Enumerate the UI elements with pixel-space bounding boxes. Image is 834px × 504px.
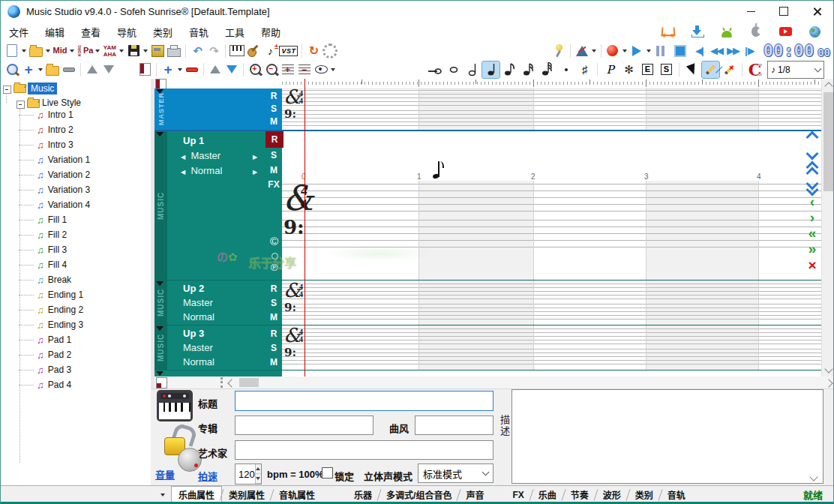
track-up-button[interactable] bbox=[208, 62, 223, 78]
tree-item[interactable]: Ending 3 bbox=[37, 318, 83, 332]
microphone-button[interactable] bbox=[551, 43, 566, 59]
zoom-in-button[interactable]: + bbox=[248, 62, 262, 78]
tempo-up-arrow[interactable] bbox=[256, 464, 261, 474]
vst-button[interactable]: VST bbox=[279, 43, 298, 59]
tab-category-properties[interactable]: 类别属性 bbox=[222, 487, 272, 502]
record-button[interactable] bbox=[605, 43, 620, 59]
snap-value-select[interactable]: ♪ 1/8 bbox=[767, 61, 824, 79]
up2-track-header[interactable] bbox=[154, 280, 282, 325]
master-solo-button[interactable]: S bbox=[266, 104, 282, 114]
collapse-track-icon[interactable] bbox=[156, 132, 164, 136]
add-category-button[interactable]: + bbox=[21, 62, 36, 78]
double-whole-note-button[interactable] bbox=[426, 62, 443, 78]
add-category-dropdown[interactable] bbox=[38, 68, 43, 71]
android-button[interactable] bbox=[720, 25, 734, 38]
maximize-button[interactable] bbox=[767, 1, 800, 22]
view-options-button[interactable] bbox=[314, 62, 328, 78]
tempo-link[interactable]: 拍速 bbox=[198, 469, 218, 483]
master-track-header[interactable] bbox=[154, 88, 282, 130]
tab-waveform[interactable]: 波形 bbox=[596, 487, 628, 502]
move-down-button[interactable] bbox=[101, 62, 116, 78]
prev-arrow-icon[interactable]: ◀ bbox=[181, 169, 185, 176]
refresh-button[interactable]: ↻ bbox=[306, 43, 321, 59]
toggle-bottom-panel-icon[interactable] bbox=[156, 377, 167, 388]
open-file-button[interactable] bbox=[28, 43, 44, 59]
up1-solo-button[interactable]: S bbox=[266, 150, 282, 160]
nav-right-button[interactable]: › bbox=[804, 212, 820, 223]
up3-solo-button[interactable]: S bbox=[266, 343, 282, 353]
nav-bottom-button[interactable] bbox=[804, 179, 820, 194]
record-dropdown[interactable] bbox=[622, 50, 627, 52]
tab-multimode[interactable]: 多调式/组合音色 bbox=[380, 487, 458, 502]
tree-item[interactable]: Fill 3 bbox=[37, 243, 67, 256]
tab-category[interactable]: 类别 bbox=[628, 487, 660, 502]
track-down-button[interactable] bbox=[224, 62, 239, 78]
up2-bus[interactable]: Master bbox=[183, 297, 213, 308]
desc-scroll-down-arrow[interactable] bbox=[809, 472, 818, 481]
menu-category[interactable]: 类别 bbox=[145, 25, 181, 39]
up2-solo-button[interactable]: S bbox=[266, 298, 282, 308]
add-folder-button[interactable] bbox=[45, 62, 60, 78]
scroll-left-arrow[interactable] bbox=[227, 379, 236, 387]
piano-keyboard-button[interactable] bbox=[230, 43, 244, 59]
artist-input[interactable] bbox=[235, 440, 494, 460]
up1-bus-next[interactable]: ▶ bbox=[253, 150, 257, 161]
up3-record-button[interactable]: R bbox=[266, 328, 282, 339]
up3-treble-staff[interactable] bbox=[282, 328, 821, 344]
album-input[interactable] bbox=[235, 416, 374, 435]
guitar-button[interactable] bbox=[246, 43, 261, 59]
genre-input[interactable] bbox=[415, 416, 494, 435]
tab-track-properties[interactable]: 音轨属性 bbox=[272, 487, 322, 502]
import-korg-button[interactable]: KORGPa bbox=[76, 43, 93, 59]
tab-fx[interactable]: FX bbox=[506, 488, 530, 502]
nav-top-button[interactable] bbox=[804, 163, 820, 178]
tree-item[interactable]: Intro 2 bbox=[37, 123, 74, 136]
pedal-button[interactable]: P bbox=[602, 62, 619, 78]
up2-treble-staff[interactable] bbox=[282, 284, 821, 299]
up3-mode[interactable]: Normal bbox=[183, 356, 214, 368]
up1-record-button-active[interactable]: R bbox=[266, 131, 284, 148]
up2-record-button[interactable]: R bbox=[266, 284, 282, 294]
zoom-out-button[interactable]: − bbox=[264, 62, 279, 78]
vertical-scroll-thumb[interactable] bbox=[824, 92, 833, 191]
tree-root-music[interactable]: Music bbox=[28, 82, 57, 94]
pencil-tool-button[interactable] bbox=[702, 62, 719, 78]
tree-item[interactable]: Variation 1 bbox=[37, 153, 90, 166]
metronome-dropdown[interactable] bbox=[592, 50, 596, 52]
tab-instrument[interactable]: 乐器 bbox=[347, 487, 379, 502]
scroll-right-arrow[interactable] bbox=[824, 379, 832, 387]
settings-button[interactable] bbox=[322, 43, 338, 59]
half-note-button[interactable] bbox=[464, 62, 481, 78]
up2-mode[interactable]: Normal bbox=[183, 311, 214, 322]
collapse-staff-button[interactable]: − bbox=[297, 62, 312, 78]
tab-rhythm[interactable]: 节奏 bbox=[564, 487, 596, 502]
import-midi-button[interactable]: Mid bbox=[52, 43, 68, 59]
volume-link[interactable]: 音量 bbox=[155, 467, 175, 482]
up1-treble-staff[interactable] bbox=[282, 184, 821, 212]
play-dropdown[interactable] bbox=[646, 50, 651, 52]
vertical-scrollbar[interactable] bbox=[821, 79, 834, 376]
menu-file[interactable]: 文件 bbox=[1, 25, 37, 39]
title-input[interactable] bbox=[235, 391, 494, 411]
up1-bass-staff[interactable] bbox=[282, 220, 821, 248]
tree-item[interactable]: Variation 2 bbox=[37, 168, 90, 182]
search-button[interactable] bbox=[4, 62, 20, 78]
metronome-button[interactable] bbox=[574, 43, 590, 59]
tree-item[interactable]: Variation 3 bbox=[37, 183, 90, 196]
tree-item[interactable]: Fill 2 bbox=[37, 228, 67, 242]
step-back-button[interactable]: ◀| bbox=[692, 43, 707, 59]
playhead-cursor[interactable] bbox=[304, 79, 305, 376]
up1-track-name[interactable]: Up 1 bbox=[183, 135, 204, 146]
thirtysecond-note-button[interactable] bbox=[538, 62, 556, 78]
up3-track-header[interactable] bbox=[154, 326, 282, 370]
transpose-button[interactable]: ♪± bbox=[262, 43, 278, 59]
scroll-down-arrow[interactable] bbox=[824, 364, 832, 373]
up2-track-name[interactable]: Up 2 bbox=[183, 283, 204, 294]
midi-dropdown[interactable] bbox=[70, 50, 74, 52]
splitter-handle[interactable] bbox=[220, 377, 223, 388]
lock-checkbox[interactable] bbox=[322, 467, 333, 478]
pause-button[interactable] bbox=[653, 43, 668, 59]
eighth-note-button[interactable] bbox=[501, 62, 518, 78]
tree-item[interactable]: Pad 4 bbox=[37, 378, 71, 392]
undo-button[interactable]: ↶ bbox=[190, 43, 205, 59]
